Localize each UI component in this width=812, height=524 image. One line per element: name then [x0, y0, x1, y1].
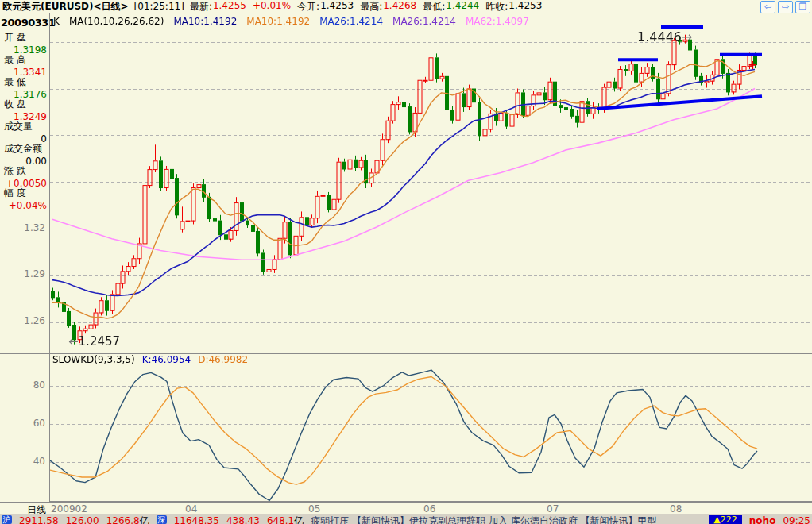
quote-item-label: 今开: [297, 0, 319, 13]
sidebar-row: 最 低1.3176 [0, 75, 49, 98]
quote-time: [01:25:11] [134, 1, 184, 12]
right-arrow-icon: → [682, 29, 692, 44]
top-quote-bar: 欧元美元(EURUSD)<日线> [01:25:11] 最新:1.4255+0.… [0, 0, 812, 13]
legend-k: K [53, 16, 60, 27]
quote-item: 最低:1.4244 [423, 0, 479, 13]
price-tick-label: 1.32 [0, 222, 45, 233]
forward-arrow-icon[interactable]: ⇨ [778, 1, 793, 13]
kd-tick-label: 40 [0, 456, 45, 467]
quote-item-value: 1.4244 [446, 0, 479, 13]
sidebar-row-label: 开 盘 [0, 31, 49, 44]
ma-legend-item: MA26:1.4214 [392, 16, 456, 27]
quote-item-value: +0.01% [253, 0, 291, 13]
quote-items: 最新:1.4255+0.01%今开:1.4253最高:1.4268最低:1.42… [190, 0, 542, 13]
sidebar-row: 最 高1.3341 [0, 53, 49, 75]
kd-k-value: K:46.0954 [142, 354, 191, 365]
price-tick-label: 1.29 [0, 268, 45, 279]
brand-label: noho [749, 515, 776, 524]
quote-item: +0.01% [253, 0, 291, 13]
quote-item-label: 最低: [423, 0, 445, 13]
cascade-windows-icon[interactable]: ❐ [795, 1, 810, 13]
ma-legend-item: MA10:1.4192 [246, 16, 310, 27]
quote-item-label: 昨收: [485, 0, 508, 13]
ma-legend-items: MA10:1.4192MA10:1.4192MA26:1.4214MA26:1.… [173, 16, 528, 27]
ma-legend-item: MA10:1.4192 [173, 16, 237, 27]
ma-legend-item: MA62:1.4097 [466, 16, 529, 27]
quote-item-label: 最高: [360, 0, 382, 13]
month-label: 07 [547, 503, 559, 514]
month-label: 08 [670, 503, 682, 514]
back-arrow-icon[interactable]: ⇦ [760, 1, 775, 13]
sh-index: 2911.58 [19, 515, 59, 524]
candlestick-and-kd-canvas[interactable] [50, 13, 812, 502]
panel-divider[interactable] [0, 353, 812, 354]
kd-d-value: D:46.9982 [198, 354, 248, 365]
month-label: 04 [185, 503, 197, 514]
month-label: 05 [308, 503, 320, 514]
month-label: 06 [423, 503, 435, 514]
high-annotation: 1.4446→ [637, 29, 692, 44]
quote-item: 昨收:1.4253 [485, 0, 542, 13]
chart-area[interactable] [49, 13, 812, 502]
quote-item-value: 1.4253 [320, 0, 354, 13]
sidebar-row: 开 盘1.3198 [0, 31, 49, 53]
quote-item-value: 1.4255 [213, 0, 246, 13]
high-annotation-text: 1.4446 [637, 29, 682, 44]
shanghai-market-icon[interactable]: 沪 [2, 515, 12, 524]
left-arrow-icon: ← [68, 334, 79, 349]
kd-tick-label: 60 [0, 418, 45, 429]
quote-item-label: 最新: [190, 0, 212, 13]
quote-item-value: 1.4253 [508, 0, 542, 13]
ma-legend: K MA(10,10,26,26,62) MA10:1.4192MA10:1.4… [53, 16, 529, 27]
quote-item-value: 1.4268 [383, 0, 416, 13]
month-label: 200902 [51, 503, 87, 514]
sidebar-row-value: +0.04% [0, 200, 49, 211]
sh-amount: 1266.8亿 [106, 515, 149, 524]
price-tick-label: 1.26 [0, 315, 45, 326]
selected-date: 20090331 [1, 17, 49, 29]
quote-item: 最新:1.4255 [190, 0, 246, 13]
sidebar-row-label: 成交金额 [0, 142, 49, 156]
low-annotation: ←1.2457 [68, 334, 120, 349]
kd-tick-label: 80 [0, 380, 45, 391]
status-bar: 沪 2911.58 126.00 1266.8亿 深 11648.35 438.… [0, 514, 812, 524]
sidebar-row: 成交量0 [0, 120, 49, 142]
kd-legend: SLOWKD(9,3,3,5) K:46.0954 D:46.9982 [52, 354, 248, 365]
ma-legend-item: MA26:1.4214 [319, 16, 383, 27]
symbol-title: 欧元美元(EURUSD)<日线> [2, 0, 129, 13]
low-annotation-text: 1.2457 [79, 334, 121, 349]
shenzhen-market-icon[interactable]: 深 [157, 515, 167, 524]
sz-amount: 648.1亿 [267, 515, 304, 524]
trading-app-window: 欧元美元(EURUSD)<日线> [01:25:11] 最新:1.4255+0.… [0, 0, 812, 524]
status-clock: 09:25 [783, 515, 810, 524]
sz-index: 11648.35 [174, 515, 219, 524]
window-nav-buttons: ⇦ ⇨ ❐ [760, 1, 810, 13]
crosshair-marker: + [748, 58, 758, 72]
sidebar-rows: 开 盘1.3198最 高1.3341最 低1.3176收 盘1.3249成交量0… [0, 31, 49, 209]
sz-change: 438.43 [226, 515, 260, 524]
quote-sidebar: 20090331 开 盘1.3198最 高1.3341最 低1.3176收 盘1… [0, 14, 49, 209]
news-ticker[interactable]: 疲弱打压 【新闻快讯】伊拉克副总理辞职 加入 库尔德自治政府 【新闻快讯】甲型 [311, 515, 702, 524]
sh-change: 126.00 [66, 515, 99, 524]
time-axis: 日线 2009020405060708 [0, 502, 812, 514]
sidebar-row: 收 盘1.3249 [0, 98, 49, 120]
kd-title: SLOWKD(9,3,3,5) [52, 354, 135, 365]
quote-item: 最高:1.4268 [360, 0, 416, 13]
sidebar-row: 幅 度+0.04% [0, 187, 49, 209]
sidebar-row: 涨 跌+0.0050 [0, 164, 49, 187]
sidebar-row: 成交金额0.00 [0, 142, 49, 164]
advance-count-badge: ▲222 [709, 515, 741, 524]
legend-ma-params: MA(10,10,26,26,62) [69, 16, 164, 27]
quote-item: 今开:1.4253 [297, 0, 354, 13]
